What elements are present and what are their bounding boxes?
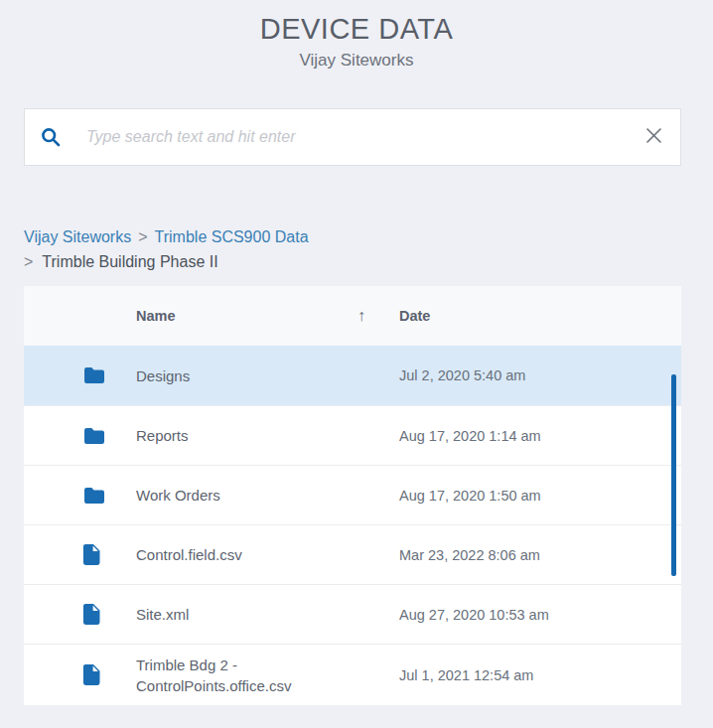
- clear-search-button[interactable]: [641, 124, 666, 150]
- row-name: Trimble Bdg 2 - ControlPoints.office.csv: [136, 655, 375, 696]
- scrollbar-thumb[interactable]: [671, 374, 676, 576]
- column-header-date-label: Date: [399, 308, 430, 324]
- table-body: DesignsJul 2, 2020 5:40 amReportsAug 17,…: [24, 346, 681, 705]
- row-date: Aug 27, 2020 10:53 am: [375, 607, 681, 623]
- search-box: [24, 108, 681, 166]
- page-title: DEVICE DATA: [0, 0, 713, 46]
- folder-icon: [24, 426, 136, 446]
- breadcrumb: Vijay Siteworks>Trimble SCS900 Data >Tri…: [24, 224, 309, 274]
- row-date: Aug 17, 2020 1:14 am: [375, 428, 681, 444]
- row-date: Jul 1, 2021 12:54 am: [375, 667, 681, 683]
- row-name: Reports: [136, 425, 375, 446]
- folder-icon: [24, 486, 136, 506]
- file-icon: [24, 603, 136, 626]
- file-icon: [24, 543, 136, 566]
- file-icon: [24, 663, 136, 686]
- column-header-name[interactable]: Name ↑: [136, 307, 375, 325]
- row-name: Control.field.csv: [136, 544, 375, 565]
- table-row[interactable]: Site.xmlAug 27, 2020 10:53 am: [24, 584, 681, 644]
- table-row[interactable]: Control.field.csvMar 23, 2022 8:06 am: [24, 524, 681, 584]
- row-date: Aug 17, 2020 1:50 am: [375, 488, 681, 504]
- file-table: Name ↑ Date DesignsJul 2, 2020 5:40 amRe…: [24, 286, 681, 705]
- table-row[interactable]: DesignsJul 2, 2020 5:40 am: [24, 346, 681, 405]
- sort-ascending-icon[interactable]: ↑: [357, 307, 365, 325]
- row-name: Work Orders: [136, 485, 375, 506]
- table-row[interactable]: Work OrdersAug 17, 2020 1:50 am: [24, 465, 681, 524]
- search-input[interactable]: [84, 127, 641, 147]
- row-name: Designs: [136, 365, 375, 386]
- breadcrumb-separator: >: [24, 253, 33, 270]
- breadcrumb-line-2: >Trimble Building Phase II: [24, 249, 309, 274]
- breadcrumb-separator: >: [138, 228, 147, 245]
- breadcrumb-link-vijay-siteworks[interactable]: Vijay Siteworks: [24, 228, 131, 245]
- search-icon: [39, 125, 63, 149]
- row-date: Mar 23, 2022 8:06 am: [375, 547, 681, 563]
- row-name: Site.xml: [136, 604, 375, 625]
- folder-icon: [24, 365, 136, 385]
- breadcrumb-line-1: Vijay Siteworks>Trimble SCS900 Data: [24, 224, 309, 249]
- device-data-page: DEVICE DATA Vijay Siteworks Vijay Sitewo…: [0, 0, 713, 728]
- table-header: Name ↑ Date: [24, 286, 681, 346]
- column-header-name-label: Name: [136, 308, 176, 324]
- table-row[interactable]: ReportsAug 17, 2020 1:14 am: [24, 405, 681, 465]
- page-subtitle: Vijay Siteworks: [0, 51, 713, 71]
- close-x-icon: [645, 127, 662, 147]
- breadcrumb-link-trimble-scs900-data[interactable]: Trimble SCS900 Data: [155, 228, 309, 245]
- column-header-date[interactable]: Date: [375, 308, 681, 324]
- row-date: Jul 2, 2020 5:40 am: [375, 367, 681, 383]
- table-row[interactable]: Trimble Bdg 2 - ControlPoints.office.csv…: [24, 644, 681, 705]
- breadcrumb-current-folder: Trimble Building Phase II: [42, 253, 217, 270]
